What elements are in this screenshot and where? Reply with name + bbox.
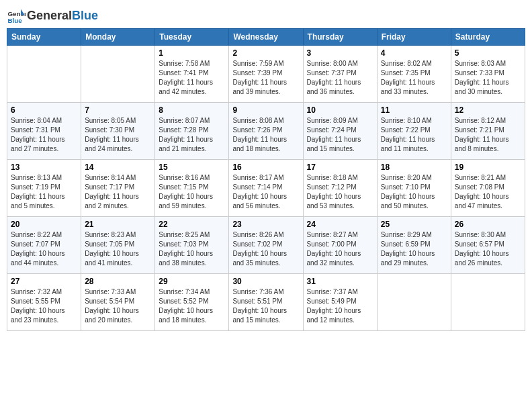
day-info: Sunrise: 7:59 AM Sunset: 7:39 PM Dayligh… xyxy=(232,59,299,97)
calendar-day-cell xyxy=(81,46,155,103)
day-number: 17 xyxy=(307,163,373,172)
day-info: Sunrise: 8:29 AM Sunset: 6:59 PM Dayligh… xyxy=(381,230,447,268)
calendar-day-cell: 10Sunrise: 8:09 AM Sunset: 7:24 PM Dayli… xyxy=(303,103,377,160)
calendar-day-cell: 20Sunrise: 8:22 AM Sunset: 7:07 PM Dayli… xyxy=(7,217,81,274)
calendar-header-row: SundayMondayTuesdayWednesdayThursdayFrid… xyxy=(7,29,525,46)
day-number: 14 xyxy=(85,163,151,172)
day-number: 2 xyxy=(232,48,299,58)
day-number: 20 xyxy=(11,220,77,229)
day-number: 27 xyxy=(11,277,77,286)
day-number: 31 xyxy=(307,277,373,286)
day-of-week-header: Friday xyxy=(377,29,451,46)
calendar-day-cell: 15Sunrise: 8:16 AM Sunset: 7:15 PM Dayli… xyxy=(155,160,229,217)
calendar-day-cell: 5Sunrise: 8:03 AM Sunset: 7:33 PM Daylig… xyxy=(451,46,525,103)
day-info: Sunrise: 7:33 AM Sunset: 5:54 PM Dayligh… xyxy=(85,287,151,325)
day-info: Sunrise: 8:14 AM Sunset: 7:17 PM Dayligh… xyxy=(85,173,151,211)
page-header: General Blue GeneralBlue xyxy=(7,7,525,26)
calendar-week-row: 20Sunrise: 8:22 AM Sunset: 7:07 PM Dayli… xyxy=(7,217,525,274)
day-info: Sunrise: 8:23 AM Sunset: 7:05 PM Dayligh… xyxy=(85,230,151,268)
calendar-day-cell: 30Sunrise: 7:36 AM Sunset: 5:51 PM Dayli… xyxy=(229,274,303,331)
calendar-day-cell: 16Sunrise: 8:17 AM Sunset: 7:14 PM Dayli… xyxy=(229,160,303,217)
day-number: 11 xyxy=(381,105,447,115)
day-info: Sunrise: 7:58 AM Sunset: 7:41 PM Dayligh… xyxy=(159,59,225,97)
calendar-day-cell: 19Sunrise: 8:21 AM Sunset: 7:08 PM Dayli… xyxy=(451,160,525,217)
calendar-day-cell: 29Sunrise: 7:34 AM Sunset: 5:52 PM Dayli… xyxy=(155,274,229,331)
logo-icon: General Blue xyxy=(7,7,26,26)
day-info: Sunrise: 7:37 AM Sunset: 5:49 PM Dayligh… xyxy=(307,287,373,325)
day-of-week-header: Tuesday xyxy=(155,29,229,46)
day-number: 23 xyxy=(232,220,299,229)
logo-text: GeneralBlue xyxy=(27,9,98,23)
calendar-day-cell: 2Sunrise: 7:59 AM Sunset: 7:39 PM Daylig… xyxy=(229,46,303,103)
day-number: 10 xyxy=(307,105,373,115)
calendar-day-cell: 14Sunrise: 8:14 AM Sunset: 7:17 PM Dayli… xyxy=(81,160,155,217)
day-info: Sunrise: 8:00 AM Sunset: 7:37 PM Dayligh… xyxy=(307,59,373,97)
calendar-day-cell: 4Sunrise: 8:02 AM Sunset: 7:35 PM Daylig… xyxy=(377,46,451,103)
day-of-week-header: Sunday xyxy=(7,29,81,46)
day-info: Sunrise: 7:34 AM Sunset: 5:52 PM Dayligh… xyxy=(159,287,225,325)
day-number: 30 xyxy=(232,277,299,286)
day-info: Sunrise: 8:16 AM Sunset: 7:15 PM Dayligh… xyxy=(159,173,225,211)
day-number: 21 xyxy=(85,220,151,229)
calendar-day-cell: 17Sunrise: 8:18 AM Sunset: 7:12 PM Dayli… xyxy=(303,160,377,217)
day-info: Sunrise: 8:10 AM Sunset: 7:22 PM Dayligh… xyxy=(381,116,447,154)
calendar-day-cell: 23Sunrise: 8:26 AM Sunset: 7:02 PM Dayli… xyxy=(229,217,303,274)
calendar-day-cell: 1Sunrise: 7:58 AM Sunset: 7:41 PM Daylig… xyxy=(155,46,229,103)
day-number: 13 xyxy=(11,163,77,172)
svg-text:Blue: Blue xyxy=(7,17,22,24)
day-info: Sunrise: 8:09 AM Sunset: 7:24 PM Dayligh… xyxy=(307,116,373,154)
calendar-day-cell: 31Sunrise: 7:37 AM Sunset: 5:49 PM Dayli… xyxy=(303,274,377,331)
day-number: 5 xyxy=(455,48,521,58)
day-info: Sunrise: 8:22 AM Sunset: 7:07 PM Dayligh… xyxy=(11,230,77,268)
day-of-week-header: Wednesday xyxy=(229,29,303,46)
calendar-day-cell: 25Sunrise: 8:29 AM Sunset: 6:59 PM Dayli… xyxy=(377,217,451,274)
calendar-week-row: 6Sunrise: 8:04 AM Sunset: 7:31 PM Daylig… xyxy=(7,103,525,160)
calendar-day-cell: 12Sunrise: 8:12 AM Sunset: 7:21 PM Dayli… xyxy=(451,103,525,160)
day-number: 16 xyxy=(232,163,299,172)
calendar-day-cell: 24Sunrise: 8:27 AM Sunset: 7:00 PM Dayli… xyxy=(303,217,377,274)
day-number: 12 xyxy=(455,105,521,115)
day-info: Sunrise: 7:32 AM Sunset: 5:55 PM Dayligh… xyxy=(11,287,77,325)
calendar-day-cell xyxy=(7,46,81,103)
calendar-day-cell: 3Sunrise: 8:00 AM Sunset: 7:37 PM Daylig… xyxy=(303,46,377,103)
day-number: 15 xyxy=(159,163,225,172)
calendar-day-cell: 7Sunrise: 8:05 AM Sunset: 7:30 PM Daylig… xyxy=(81,103,155,160)
calendar-week-row: 1Sunrise: 7:58 AM Sunset: 7:41 PM Daylig… xyxy=(7,46,525,103)
day-info: Sunrise: 8:12 AM Sunset: 7:21 PM Dayligh… xyxy=(455,116,521,154)
calendar-day-cell: 8Sunrise: 8:07 AM Sunset: 7:28 PM Daylig… xyxy=(155,103,229,160)
day-number: 6 xyxy=(11,105,77,115)
day-info: Sunrise: 7:36 AM Sunset: 5:51 PM Dayligh… xyxy=(232,287,299,325)
calendar-day-cell xyxy=(451,274,525,331)
day-number: 29 xyxy=(159,277,225,286)
day-number: 7 xyxy=(85,105,151,115)
day-number: 19 xyxy=(455,163,521,172)
day-number: 28 xyxy=(85,277,151,286)
calendar-day-cell: 21Sunrise: 8:23 AM Sunset: 7:05 PM Dayli… xyxy=(81,217,155,274)
calendar-day-cell: 11Sunrise: 8:10 AM Sunset: 7:22 PM Dayli… xyxy=(377,103,451,160)
calendar-day-cell: 26Sunrise: 8:30 AM Sunset: 6:57 PM Dayli… xyxy=(451,217,525,274)
day-of-week-header: Monday xyxy=(81,29,155,46)
day-info: Sunrise: 8:17 AM Sunset: 7:14 PM Dayligh… xyxy=(232,173,299,211)
calendar-day-cell: 9Sunrise: 8:08 AM Sunset: 7:26 PM Daylig… xyxy=(229,103,303,160)
day-number: 4 xyxy=(381,48,447,58)
day-number: 18 xyxy=(381,163,447,172)
day-info: Sunrise: 8:08 AM Sunset: 7:26 PM Dayligh… xyxy=(232,116,299,154)
day-info: Sunrise: 8:05 AM Sunset: 7:30 PM Dayligh… xyxy=(85,116,151,154)
day-info: Sunrise: 8:21 AM Sunset: 7:08 PM Dayligh… xyxy=(455,173,521,211)
day-of-week-header: Saturday xyxy=(451,29,525,46)
day-of-week-header: Thursday xyxy=(303,29,377,46)
day-info: Sunrise: 8:02 AM Sunset: 7:35 PM Dayligh… xyxy=(381,59,447,97)
day-number: 8 xyxy=(159,105,225,115)
calendar-day-cell: 6Sunrise: 8:04 AM Sunset: 7:31 PM Daylig… xyxy=(7,103,81,160)
day-info: Sunrise: 8:26 AM Sunset: 7:02 PM Dayligh… xyxy=(232,230,299,268)
calendar-day-cell: 18Sunrise: 8:20 AM Sunset: 7:10 PM Dayli… xyxy=(377,160,451,217)
day-number: 25 xyxy=(381,220,447,229)
day-info: Sunrise: 8:03 AM Sunset: 7:33 PM Dayligh… xyxy=(455,59,521,97)
day-number: 22 xyxy=(159,220,225,229)
day-info: Sunrise: 8:25 AM Sunset: 7:03 PM Dayligh… xyxy=(159,230,225,268)
calendar-day-cell: 13Sunrise: 8:13 AM Sunset: 7:19 PM Dayli… xyxy=(7,160,81,217)
calendar-day-cell: 28Sunrise: 7:33 AM Sunset: 5:54 PM Dayli… xyxy=(81,274,155,331)
day-info: Sunrise: 8:27 AM Sunset: 7:00 PM Dayligh… xyxy=(307,230,373,268)
day-number: 26 xyxy=(455,220,521,229)
day-info: Sunrise: 8:20 AM Sunset: 7:10 PM Dayligh… xyxy=(381,173,447,211)
